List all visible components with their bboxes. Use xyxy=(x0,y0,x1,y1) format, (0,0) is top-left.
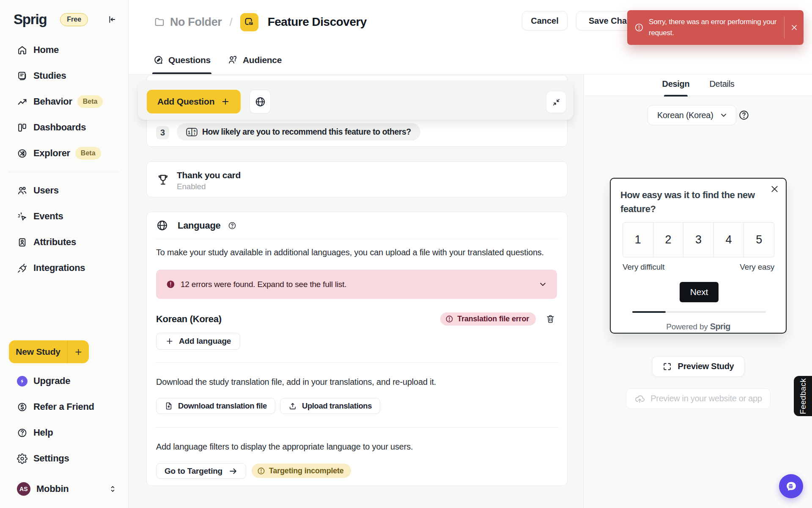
new-study-button[interactable]: New Study xyxy=(9,340,89,363)
cancel-button[interactable]: Cancel xyxy=(522,11,568,30)
tab-details[interactable]: Details xyxy=(709,75,735,96)
questions-panel: 3 15 How likely are you to recommend thi… xyxy=(129,75,584,508)
scale-option-3[interactable]: 3 xyxy=(683,223,714,257)
chat-widget-button[interactable] xyxy=(779,474,803,498)
preview-study-button[interactable]: Preview Study xyxy=(652,356,745,377)
help-icon[interactable] xyxy=(738,110,749,121)
add-language-button[interactable]: Add language xyxy=(156,333,240,350)
sidebar-collapse-button[interactable] xyxy=(107,15,116,24)
fullscreen-icon xyxy=(663,362,672,371)
questions-tab-icon xyxy=(153,55,164,65)
tab-audience[interactable]: Audience xyxy=(228,55,282,74)
chat-bubble-icon xyxy=(785,480,798,493)
beta-badge: Beta xyxy=(77,95,103,108)
delete-language-icon[interactable] xyxy=(546,314,555,324)
sidebar-item-refer[interactable]: Refer a Friend xyxy=(7,396,121,418)
sidebar-item-home[interactable]: Home xyxy=(7,39,121,61)
sidebar-item-attributes[interactable]: Attributes xyxy=(7,231,121,253)
error-toast: Sorry, there was an error performing you… xyxy=(627,10,804,45)
plus-icon xyxy=(165,337,174,345)
plus-icon xyxy=(221,97,230,106)
chevron-down-icon xyxy=(538,279,548,289)
add-question-button[interactable]: Add Question xyxy=(147,90,241,113)
tab-design[interactable]: Design xyxy=(664,75,688,96)
go-to-targeting-button[interactable]: Go to Targeting xyxy=(156,463,246,479)
upgrade-icon xyxy=(17,376,27,387)
download-translation-label: Download translation file xyxy=(178,401,267,411)
gear-icon xyxy=(17,453,27,464)
plus-icon xyxy=(74,348,83,356)
scale-option-2[interactable]: 2 xyxy=(653,223,684,257)
upload-translations-button[interactable]: Upload translations xyxy=(280,398,380,414)
preview-language-value: Korean (Korea) xyxy=(657,110,713,120)
tab-label: Design xyxy=(662,79,690,89)
sidebar-item-events[interactable]: Events xyxy=(7,205,121,227)
scale-option-1[interactable]: 1 xyxy=(623,223,653,257)
language-toolbar-button[interactable] xyxy=(250,90,271,113)
translation-errors-banner[interactable]: 12 errors were found. Expand to see the … xyxy=(156,270,557,299)
cloud-upload-icon xyxy=(634,393,645,404)
file-download-icon xyxy=(165,402,173,410)
sidebar-item-label: Explorer xyxy=(33,148,70,159)
tab-label: Details xyxy=(709,79,734,89)
add-language-label: Add language xyxy=(179,337,231,346)
sidebar-item-label: Help xyxy=(33,427,53,438)
sidebar: Sprig Free Home Studies Behavior Beta Da… xyxy=(0,0,129,508)
toast-message: Sorry, there was an error performing you… xyxy=(649,17,783,39)
breadcrumb-folder[interactable]: No Folder xyxy=(170,16,222,29)
feedback-tab[interactable]: Feedback xyxy=(794,376,812,416)
error-banner-text: 12 errors were found. Expand to see the … xyxy=(181,280,346,289)
new-study-plus[interactable] xyxy=(67,340,89,363)
upload-icon xyxy=(288,402,297,410)
preview-in-website-label: Preview in your website or app xyxy=(650,394,762,403)
sidebar-item-settings[interactable]: Settings xyxy=(7,447,121,469)
sidebar-item-label: Behavior xyxy=(33,96,72,107)
download-instructions: Download the study translation file, add… xyxy=(156,377,436,387)
users-icon xyxy=(17,185,27,196)
download-translation-button[interactable]: Download translation file xyxy=(156,398,275,414)
account-name: Mobbin xyxy=(36,483,69,494)
question-pill[interactable]: 15 How likely are you to recommend this … xyxy=(177,123,420,141)
collapse-icon xyxy=(552,98,561,107)
chevron-down-icon xyxy=(719,110,728,120)
sidebar-item-integrations[interactable]: Integrations xyxy=(7,257,121,279)
main-tabs: Questions Audience xyxy=(153,55,282,74)
tab-label: Questions xyxy=(168,55,211,65)
sidebar-item-label: Home xyxy=(33,44,59,55)
events-icon xyxy=(17,211,27,222)
survey-next-button[interactable]: Next xyxy=(680,282,719,302)
page-title: Feature Discovery xyxy=(268,15,367,29)
powered-by: Powered by Sprig xyxy=(611,322,786,331)
scale-option-5[interactable]: 5 xyxy=(744,223,774,257)
help-circle-icon xyxy=(17,428,27,438)
sidebar-item-users[interactable]: Users xyxy=(7,179,121,202)
sidebar-item-dashboards[interactable]: Dashboards xyxy=(7,116,121,138)
preview-in-website-button[interactable]: Preview in your website or app xyxy=(626,388,771,409)
targeting-incomplete-text: Targeting incomplete xyxy=(269,467,344,475)
thank-you-card[interactable]: Thank you card Enabled xyxy=(146,161,568,197)
avatar: AS xyxy=(17,482,30,496)
sidebar-header: Sprig Free xyxy=(14,12,116,27)
toast-close-button[interactable] xyxy=(785,23,804,32)
translation-error-text: Translation file error xyxy=(457,315,529,323)
sidebar-item-label: Upgrade xyxy=(33,375,70,387)
scale-option-4[interactable]: 4 xyxy=(714,223,744,257)
survey-question: How easy was it to find the new feature? xyxy=(620,188,774,216)
powered-by-text: Powered by xyxy=(666,322,708,331)
beta-badge: Beta xyxy=(75,147,101,160)
sidebar-item-label: Dashboards xyxy=(33,122,86,133)
question-toolbar: Add Question xyxy=(138,80,573,120)
sidebar-item-upgrade[interactable]: Upgrade xyxy=(7,370,121,392)
sidebar-item-help[interactable]: Help xyxy=(7,422,121,444)
sidebar-divider xyxy=(8,172,120,172)
error-icon xyxy=(634,23,644,32)
sidebar-item-studies[interactable]: Studies xyxy=(7,65,121,87)
sidebar-item-explorer[interactable]: Explorer Beta xyxy=(7,142,121,164)
sidebar-item-behavior[interactable]: Behavior Beta xyxy=(7,91,121,113)
globe-icon xyxy=(156,219,168,232)
preview-language-select[interactable]: Korean (Korea) xyxy=(647,105,736,125)
collapse-questions-button[interactable] xyxy=(546,91,566,113)
tab-questions[interactable]: Questions xyxy=(153,55,211,74)
account-switcher[interactable]: AS Mobbin xyxy=(7,478,121,500)
help-icon[interactable] xyxy=(228,221,236,230)
